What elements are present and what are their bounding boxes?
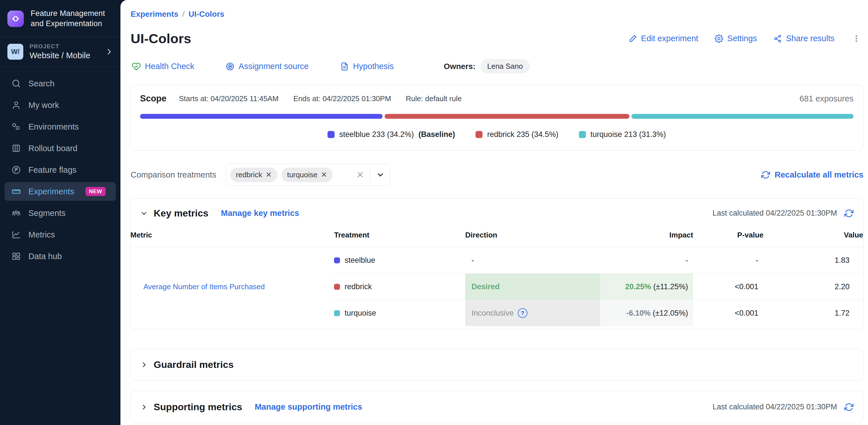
manage-key-metrics-link[interactable]: Manage key metrics [221, 209, 299, 218]
p-value-cell: <0.001 [693, 300, 764, 327]
sidebar-item-data-hub[interactable]: Data hub [4, 247, 116, 266]
select-divider [370, 169, 370, 181]
p-value-cell: <0.001 [693, 274, 764, 300]
chevron-down-icon[interactable] [376, 171, 384, 179]
redbrick-dot [334, 284, 340, 290]
scope-title: Scope [140, 93, 166, 104]
key-metrics-table: Metric Treatment Direction Impact P-valu… [130, 228, 863, 326]
target-icon [225, 62, 235, 71]
remove-chip-icon[interactable]: ✕ [266, 171, 272, 178]
metric-name-link[interactable]: Average Number of Items Purchased [144, 282, 265, 291]
column-header-value: Value [764, 228, 863, 247]
project-label: PROJECT [30, 43, 99, 50]
direction-cell-inconclusive: Inconclusive ? [465, 300, 600, 327]
breadcrumb-current-link[interactable]: UI-Colors [189, 10, 224, 19]
sidebar-item-rollout-board[interactable]: Rollout board [4, 139, 116, 158]
sidebar: Feature Management and Experimentation W… [0, 0, 120, 425]
column-header-treatment: Treatment [334, 228, 465, 247]
guardrail-metrics-title: Guardrail metrics [154, 359, 234, 370]
app-logo-row[interactable]: Feature Management and Experimentation [0, 0, 120, 37]
board-columns-icon [11, 144, 21, 153]
distribution-legend: steelblue 233 (34.2%) (Baseline) redbric… [140, 130, 854, 139]
app-logo-icon [7, 10, 24, 27]
hexagons-icon [11, 122, 21, 131]
hypothesis-link[interactable]: Hypothesis [340, 62, 394, 71]
sidebar-item-search[interactable]: Search [4, 74, 116, 93]
key-metrics-title: Key metrics [154, 208, 209, 219]
steelblue-dot [334, 257, 340, 263]
owner-pill[interactable]: Lena Sano [480, 59, 529, 73]
breadcrumb-experiments-link[interactable]: Experiments [131, 10, 178, 19]
heart-check-icon [132, 62, 141, 71]
guardrail-metrics-card: Guardrail metrics [130, 348, 864, 381]
exposures-count: 681 exposures [800, 94, 854, 103]
last-calculated-text: Last calculated 04/22/2025 01:30PM [713, 209, 837, 218]
project-avatar: W/ [7, 44, 23, 60]
supporting-metrics-title: Supporting metrics [154, 401, 242, 413]
sidebar-item-segments[interactable]: Segments [4, 204, 116, 222]
column-header-impact: Impact [600, 228, 693, 247]
document-icon [340, 62, 349, 71]
line-chart-icon [11, 230, 21, 240]
baseline-tag: (Baseline) [418, 130, 455, 139]
collapse-chevron-right-icon[interactable] [140, 403, 148, 411]
legend-item-turquoise: turquoise 213 (31.3%) [579, 130, 666, 139]
comparison-treatments-row: Comparison treatments redbrick ✕ turquoi… [130, 164, 864, 186]
refresh-icon[interactable] [844, 402, 854, 412]
page-title: UI-Colors [131, 31, 191, 46]
sidebar-item-metrics[interactable]: Metrics [4, 225, 116, 244]
collapse-chevron-right-icon[interactable] [140, 361, 148, 369]
main-content: Experiments / UI-Colors UI-Colors Edit e… [120, 0, 868, 425]
help-question-icon[interactable]: ? [518, 308, 527, 318]
impact-cell-desired: 20.25% (±11.25%) [600, 274, 693, 300]
project-switcher[interactable]: W/ PROJECT Website / Mobile [0, 37, 120, 66]
direction-cell: - [465, 247, 600, 274]
sidebar-nav: Search My work Environments Rollout boar… [0, 67, 120, 273]
steelblue-swatch [328, 131, 335, 138]
value-cell: 1.83 [764, 247, 863, 274]
gear-icon [715, 34, 723, 43]
refresh-icon[interactable] [844, 209, 854, 218]
key-metrics-card: Key metrics Manage key metrics Last calc… [130, 198, 864, 329]
more-options-kebab-icon[interactable] [849, 34, 864, 43]
settings-button[interactable]: Settings [715, 34, 757, 43]
assignment-source-link[interactable]: Assignment source [225, 62, 309, 71]
recalculate-all-metrics-button[interactable]: Recalculate all metrics [761, 170, 864, 180]
legend-item-redbrick: redbrick 235 (34.5%) [475, 130, 558, 139]
value-cell: 2.20 [764, 274, 863, 300]
legend-item-steelblue: steelblue 233 (34.2%) (Baseline) [328, 130, 455, 139]
impact-cell: - [600, 247, 693, 274]
column-header-direction: Direction [465, 228, 600, 247]
column-header-p-value: P-value [693, 228, 764, 247]
new-badge: NEW [86, 187, 106, 196]
clear-all-icon[interactable] [356, 171, 364, 179]
collapse-chevron-down-icon[interactable] [140, 209, 148, 217]
search-icon [11, 79, 21, 88]
table-row-steelblue: Average Number of Items Purchased steelb… [130, 247, 863, 274]
scope-starts-at: Starts at: 04/20/2025 11:45AM [179, 94, 279, 103]
sidebar-item-feature-flags[interactable]: Feature flags [4, 160, 116, 179]
scope-ends-at: Ends at: 04/22/2025 01:30PM [293, 94, 391, 103]
chip-turquoise: turquoise ✕ [281, 168, 333, 182]
pencil-icon [628, 34, 637, 43]
redbrick-swatch [475, 131, 483, 138]
people-group-icon [11, 208, 21, 218]
treatments-multiselect[interactable]: redbrick ✕ turquoise ✕ [226, 164, 390, 186]
health-check-link[interactable]: Health Check [132, 62, 194, 71]
turquoise-dot [334, 310, 340, 316]
comparison-treatments-label: Comparison treatments [131, 170, 216, 180]
supporting-metrics-card: Supporting metrics Manage supporting met… [130, 391, 864, 423]
share-results-button[interactable]: Share results [773, 34, 835, 43]
sidebar-item-environments[interactable]: Environments [4, 117, 116, 136]
sidebar-item-my-work[interactable]: My work [4, 96, 116, 115]
remove-chip-icon[interactable]: ✕ [321, 171, 327, 178]
treatment-distribution-bar [140, 114, 854, 119]
direction-cell-desired: Desired [465, 274, 600, 300]
edit-experiment-button[interactable]: Edit experiment [628, 34, 699, 43]
distribution-segment-redbrick [384, 114, 629, 119]
column-header-metric: Metric [130, 228, 334, 247]
manage-supporting-metrics-link[interactable]: Manage supporting metrics [255, 402, 363, 412]
sidebar-item-experiments[interactable]: Experiments NEW [4, 182, 116, 201]
distribution-segment-steelblue [140, 114, 382, 119]
chip-redbrick: redbrick ✕ [230, 168, 277, 182]
